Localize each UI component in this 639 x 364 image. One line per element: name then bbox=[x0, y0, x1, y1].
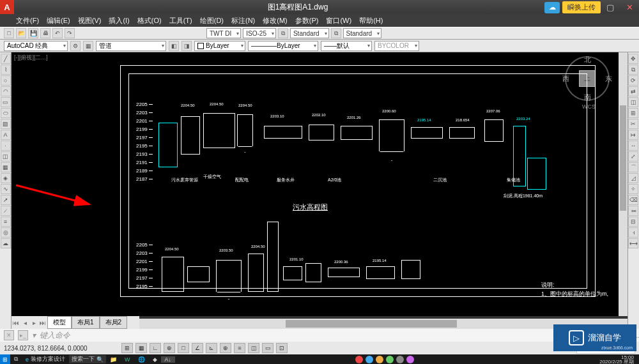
tab-nav-last[interactable]: ⏭ bbox=[38, 319, 47, 326]
fillet-icon[interactable]: ⌒ bbox=[628, 162, 638, 172]
autocad-task[interactable]: A↓ bbox=[161, 356, 176, 363]
tray-icon-3[interactable] bbox=[376, 356, 383, 363]
snap-toggle[interactable]: ⊞ bbox=[121, 343, 133, 353]
linetype-dropdown[interactable]: ———— ByLayer bbox=[248, 41, 318, 51]
new-icon[interactable]: □ bbox=[4, 28, 14, 38]
upload-badge[interactable]: ☁ 瞬换上传 bbox=[544, 1, 601, 13]
lwt-toggle[interactable]: ≡ bbox=[234, 343, 245, 353]
polar-toggle[interactable]: ⊕ bbox=[164, 343, 175, 353]
folder-task[interactable]: 📁 bbox=[106, 356, 121, 363]
command-bar[interactable]: ✕ ▸_ ▾ 键入命令 ws.. bbox=[0, 329, 639, 342]
cmd-prompt-icon[interactable]: ▸_ bbox=[18, 330, 28, 340]
tpy-toggle[interactable]: ◫ bbox=[248, 343, 259, 353]
arc-icon[interactable]: ◠ bbox=[1, 86, 11, 96]
dyn-toggle[interactable]: ⊕ bbox=[220, 343, 231, 353]
tray[interactable] bbox=[351, 356, 418, 363]
revision-icon[interactable]: ☁ bbox=[1, 238, 11, 248]
standard-dropdown[interactable]: Standard bbox=[343, 28, 382, 38]
tab-layout2[interactable]: 布局2 bbox=[100, 316, 128, 329]
array-icon[interactable]: ⊞ bbox=[628, 108, 638, 118]
lengthen-icon[interactable]: ⟷ bbox=[628, 238, 638, 248]
browser-task[interactable]: e装修方案设计 bbox=[22, 355, 69, 363]
chrome-task[interactable]: 🌐 bbox=[134, 356, 149, 363]
cmd-close-icon[interactable]: ✕ bbox=[4, 330, 14, 340]
clock[interactable]: 15:00 2020/2/25 星期 bbox=[594, 355, 639, 364]
join-icon[interactable]: ⫘ bbox=[628, 206, 638, 216]
tab-layout1[interactable]: 布局1 bbox=[72, 316, 100, 329]
table-icon[interactable]: ▦ bbox=[1, 162, 11, 172]
color-dropdown[interactable]: ByLayer bbox=[194, 41, 245, 51]
tray-icon-2[interactable] bbox=[366, 356, 373, 363]
layer-dropdown[interactable]: 管道 bbox=[96, 41, 166, 51]
tablestyle-dropdown[interactable]: Standard bbox=[290, 28, 329, 38]
close-button[interactable]: ✕ bbox=[620, 0, 639, 14]
start-button[interactable]: ⊞ bbox=[0, 354, 10, 364]
trim-icon[interactable]: ✂ bbox=[628, 119, 638, 129]
extend-icon[interactable]: ↦ bbox=[628, 130, 638, 140]
ws-gear-icon[interactable]: ⚙ bbox=[70, 41, 81, 51]
ortho-toggle[interactable]: ∟ bbox=[150, 343, 161, 353]
menu-view[interactable]: 视图(V) bbox=[75, 15, 105, 27]
donut-icon[interactable]: ◎ bbox=[1, 227, 11, 238]
dimstyle-dropdown[interactable]: ISO-25 bbox=[243, 28, 276, 38]
menu-modify[interactable]: 修改(M) bbox=[259, 15, 291, 27]
app-task[interactable]: ◆ bbox=[149, 356, 161, 363]
explode-icon[interactable]: ✧ bbox=[628, 184, 638, 194]
point-icon[interactable]: · bbox=[1, 140, 11, 151]
vertical-scrollbar[interactable] bbox=[619, 52, 627, 316]
tab-model[interactable]: 模型 bbox=[47, 316, 72, 329]
tray-icon-6[interactable] bbox=[406, 356, 414, 363]
sc-toggle[interactable]: ⊡ bbox=[276, 343, 288, 353]
menu-param[interactable]: 参数(P) bbox=[292, 15, 322, 27]
polyline-icon[interactable]: ⌇ bbox=[1, 64, 11, 75]
layer-tool-icon[interactable]: ◧ bbox=[169, 41, 179, 51]
tab-nav-prev[interactable]: ◂ bbox=[20, 319, 29, 326]
menu-format[interactable]: 格式(O) bbox=[134, 15, 165, 27]
workspace-dropdown[interactable]: AutoCAD 经典 bbox=[4, 41, 68, 51]
offset-icon[interactable]: ◫ bbox=[628, 97, 638, 107]
app-icon[interactable]: A bbox=[0, 0, 14, 14]
style-tool-icon[interactable]: ⧉ bbox=[331, 28, 341, 38]
open-icon[interactable]: 📂 bbox=[16, 28, 26, 38]
mline-icon[interactable]: ≡ bbox=[1, 216, 11, 227]
drawing-canvas[interactable]: [-][俯视][二...] 上 北 南 西 东 WCS 2205 2203 22… bbox=[12, 52, 627, 316]
taskview-icon[interactable]: ⧉ bbox=[10, 356, 22, 363]
layer-props-icon[interactable]: ▦ bbox=[83, 41, 93, 51]
qp-toggle[interactable]: ▭ bbox=[262, 343, 273, 353]
search-box[interactable]: 搜索一下 🔍 bbox=[69, 355, 106, 363]
rect-icon[interactable]: ▭ bbox=[1, 97, 11, 107]
dim-tool-icon[interactable]: ⧉ bbox=[278, 28, 288, 38]
scale-icon[interactable]: ⤢ bbox=[628, 151, 638, 162]
ray-icon[interactable]: ➚ bbox=[1, 195, 11, 205]
undo-icon[interactable]: ↶ bbox=[52, 28, 63, 38]
circle-icon[interactable]: ○ bbox=[1, 75, 11, 86]
xline-icon[interactable]: ⟋ bbox=[1, 206, 11, 216]
tab-nav-next[interactable]: ▸ bbox=[29, 319, 38, 326]
word-task[interactable]: W bbox=[121, 356, 134, 363]
menu-help[interactable]: 帮助(H) bbox=[356, 15, 386, 27]
mirror-icon[interactable]: ⇄ bbox=[628, 86, 638, 96]
chamfer-icon[interactable]: ◿ bbox=[628, 173, 638, 183]
grid-toggle[interactable]: ▦ bbox=[135, 343, 147, 353]
maximize-button[interactable]: ▢ bbox=[601, 0, 620, 14]
menu-tools[interactable]: 工具(T) bbox=[166, 15, 196, 27]
spline-icon[interactable]: ∿ bbox=[1, 184, 11, 194]
redo-icon[interactable]: ↷ bbox=[65, 28, 75, 38]
break-icon[interactable]: ⊟ bbox=[628, 216, 638, 227]
menu-insert[interactable]: 插入(I) bbox=[105, 15, 132, 27]
menu-file[interactable]: 文件(F) bbox=[13, 15, 42, 27]
print-icon[interactable]: 🖶 bbox=[40, 28, 50, 38]
line-icon[interactable]: ╱ bbox=[1, 54, 11, 64]
ellipse-icon[interactable]: ⬭ bbox=[1, 108, 11, 118]
tray-icon-1[interactable] bbox=[355, 356, 363, 363]
copy-icon[interactable]: ⧉ bbox=[628, 64, 638, 75]
layer-tool2-icon[interactable]: ◨ bbox=[181, 41, 192, 51]
ducs-toggle[interactable]: ⊾ bbox=[206, 343, 217, 353]
command-input[interactable]: 键入命令 bbox=[40, 330, 70, 341]
region-icon[interactable]: ◈ bbox=[1, 173, 11, 183]
align-icon[interactable]: ⫞ bbox=[628, 227, 638, 238]
block-icon[interactable]: ◫ bbox=[1, 151, 11, 162]
upload-button[interactable]: 瞬换上传 bbox=[562, 1, 601, 13]
menu-edit[interactable]: 编辑(E) bbox=[43, 15, 73, 27]
textstyle-dropdown[interactable]: TWT DI bbox=[206, 28, 241, 38]
